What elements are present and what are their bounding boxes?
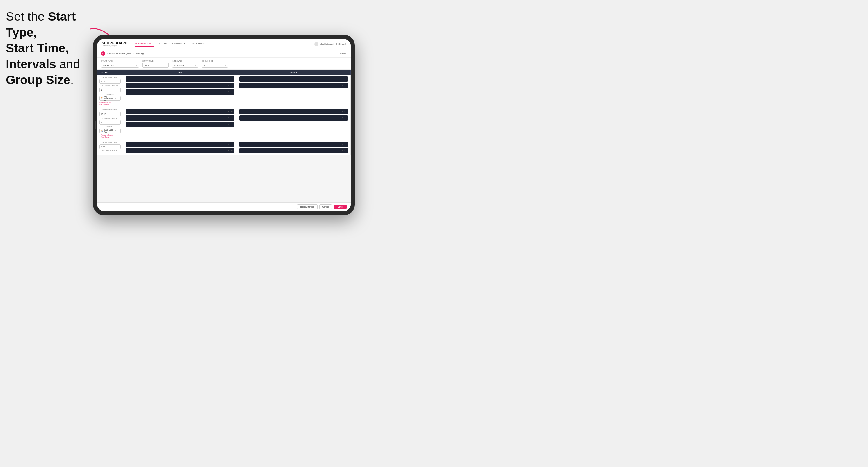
group-3: STARTING TIME: 🕐 STARTING HOLE: ✕ ⋯ ✕ ⋯ xyxy=(97,140,351,155)
tablet-side-button xyxy=(95,121,96,129)
g1-t1-p2-dots[interactable]: ⋯ xyxy=(230,84,232,87)
g1-add-group[interactable]: + Add Group xyxy=(99,103,121,105)
g1-t2-p1-x[interactable]: ✕ xyxy=(341,78,343,80)
g3-starting-time-label: STARTING TIME: xyxy=(99,142,121,143)
bold-start-time: Start Time, xyxy=(6,41,69,55)
group-1-left: STARTING TIME: 🕐 STARTING HOLE: ▲ ▼ COUR… xyxy=(97,75,123,107)
g2-t2-player1: ✕ ⋯ xyxy=(239,109,348,114)
top-nav: SCOREBOARD Powered by clipp.io TOURNAMEN… xyxy=(97,39,351,50)
intervals-select[interactable]: 10 Minutes xyxy=(172,63,198,68)
th-tee-time: Tee Time xyxy=(97,70,123,75)
g2-t1-p3-x[interactable]: ✕ xyxy=(228,123,229,126)
g1-time-input-wrap: 🕐 xyxy=(99,79,121,84)
g2-t2-p2-x[interactable]: ✕ xyxy=(341,117,343,119)
nav-teams[interactable]: TEAMS xyxy=(159,41,168,47)
g1-t2-p1-dots[interactable]: ⋯ xyxy=(344,78,346,80)
g2-t2-p1-dots[interactable]: ⋯ xyxy=(344,111,346,113)
g2-course-name: East Lake GC xyxy=(104,129,114,133)
th-team2: Team 2 xyxy=(237,70,351,75)
g3-t2-p1-x[interactable]: ✕ xyxy=(341,143,343,146)
g1-hole-input-wrap: ▲ ▼ xyxy=(99,88,121,92)
save-button[interactable]: Save xyxy=(334,205,347,209)
g1-team1-col: ✕ ⋯ ✕ ⋯ ✕ ⋯ xyxy=(123,75,237,107)
g2-starting-time-label: STARTING TIME: xyxy=(99,109,121,111)
g2-t1-p1-x[interactable]: ✕ xyxy=(228,111,229,113)
g2-t1-p2-dots[interactable]: ⋯ xyxy=(230,117,232,119)
g3-time-input[interactable] xyxy=(100,145,121,149)
g3-t1-p2-x[interactable]: ✕ xyxy=(228,150,229,152)
g2-team1-col: ✕ ⋯ ✕ ⋯ ✕ ⋯ xyxy=(123,107,237,139)
back-button[interactable]: ‹ Back xyxy=(340,52,347,55)
g2-remove-icon: ○ xyxy=(99,134,101,136)
g3-t2-p2-x[interactable]: ✕ xyxy=(341,150,343,152)
reset-button[interactable]: Reset Changes xyxy=(297,205,317,209)
g1-starting-time-label: STARTING TIME: xyxy=(99,76,121,78)
instruction-text: Set the Start Type, Start Time, Interval… xyxy=(6,9,99,88)
g2-team2-col: ✕ ⋯ ✕ ⋯ xyxy=(237,107,351,139)
breadcrumb-section[interactable]: Hosting xyxy=(136,52,144,55)
g1-t1-p1-dots[interactable]: ⋯ xyxy=(230,78,232,80)
g2-t1-p2-x[interactable]: ✕ xyxy=(228,117,229,119)
group-size-group: Group Size 3 xyxy=(202,60,228,68)
g1-hole-input[interactable] xyxy=(100,88,121,92)
bold-intervals: Intervals xyxy=(6,57,56,71)
g3-starting-hole-label: STARTING HOLE: xyxy=(99,150,121,152)
g1-course-name: (A) Peachtree GC xyxy=(104,95,114,101)
g1-t2-player1: ✕ ⋯ xyxy=(239,76,348,82)
g3-t1-p1-dots[interactable]: ⋯ xyxy=(230,143,232,146)
g1-t1-player3: ✕ ⋯ xyxy=(126,89,235,94)
cancel-button[interactable]: Cancel xyxy=(319,205,332,209)
sign-out-link[interactable]: Sign out xyxy=(339,43,346,45)
g2-t1-player3: ✕ ⋯ xyxy=(126,122,235,127)
g1-t2-p2-x[interactable]: ✕ xyxy=(341,84,343,87)
g3-t2-p1-dots[interactable]: ⋯ xyxy=(344,143,346,146)
g1-t1-p2-x[interactable]: ✕ xyxy=(228,84,229,87)
g3-t1-p1-x[interactable]: ✕ xyxy=(228,143,229,146)
g2-t1-player2: ✕ ⋯ xyxy=(126,116,235,121)
nav-committee[interactable]: COMMITTEE xyxy=(173,41,188,47)
table-body[interactable]: STARTING TIME: 🕐 STARTING HOLE: ▲ ▼ COUR… xyxy=(97,75,351,203)
g1-course-clear[interactable]: ✕ xyxy=(115,97,116,99)
g2-t2-player2: ✕ ⋯ xyxy=(239,116,348,121)
g3-t1-p2-dots[interactable]: ⋯ xyxy=(230,150,232,152)
g3-team1-col: ✕ ⋯ ✕ ⋯ xyxy=(123,140,237,155)
g2-hole-input[interactable] xyxy=(100,120,121,124)
g2-remove-group[interactable]: ○ Remove Group xyxy=(99,134,121,136)
g2-course-clear[interactable]: ✕ xyxy=(115,130,116,132)
g2-t1-p3-dots[interactable]: ⋯ xyxy=(230,123,232,126)
bold-start-type: Start Type, xyxy=(6,9,75,39)
nav-avatar xyxy=(314,42,318,46)
g3-t2-p2-dots[interactable]: ⋯ xyxy=(344,150,346,152)
g2-add-group[interactable]: + Add Group xyxy=(99,136,121,138)
g3-time-input-wrap: 🕐 xyxy=(99,144,121,149)
g1-course-wrap: 🏌 (A) Peachtree GC ✕ ⋯ xyxy=(99,96,121,101)
breadcrumb-tournament[interactable]: Clippd Invitational (Mar) xyxy=(107,52,131,55)
g1-remove-group[interactable]: ○ Remove Group xyxy=(99,101,121,103)
start-type-group: Start Type 1st Tee Start xyxy=(101,60,139,68)
g2-course-dots[interactable]: ⋯ xyxy=(117,130,119,132)
nav-tournaments[interactable]: TOURNAMENTS xyxy=(135,41,154,47)
g2-t1-p1-dots[interactable]: ⋯ xyxy=(230,111,232,113)
group-size-select[interactable]: 3 xyxy=(202,63,228,68)
start-type-select[interactable]: 1st Tee Start xyxy=(101,63,139,68)
g1-t1-p3-x[interactable]: ✕ xyxy=(228,91,229,93)
g1-t1-p3-dots[interactable]: ⋯ xyxy=(230,91,232,93)
start-time-select[interactable]: 10:00 xyxy=(143,63,169,68)
g2-time-input[interactable] xyxy=(100,112,121,116)
g1-t1-player2: ✕ ⋯ xyxy=(126,83,235,88)
g1-starting-hole-label: STARTING HOLE: xyxy=(99,85,121,87)
g1-remove-icon: ○ xyxy=(99,101,101,103)
th-team1: Team 1 xyxy=(123,70,237,75)
g3-t2-player1: ✕ ⋯ xyxy=(239,142,348,147)
g1-t1-p1-x[interactable]: ✕ xyxy=(228,78,229,80)
g2-t2-p1-x[interactable]: ✕ xyxy=(341,111,343,113)
g1-course-dots[interactable]: ⋯ xyxy=(117,97,119,99)
g2-starting-hole-label: STARTING HOLE: xyxy=(99,118,121,119)
g1-t2-p2-dots[interactable]: ⋯ xyxy=(344,84,346,87)
g1-time-input[interactable] xyxy=(100,80,121,84)
g2-t2-p2-dots[interactable]: ⋯ xyxy=(344,117,346,119)
g2-course-actions: ○ Remove Group + Add Group xyxy=(99,134,121,138)
nav-rankings[interactable]: RANKINGS xyxy=(192,41,206,47)
g2-course-icon: 🏌 xyxy=(101,130,103,132)
group-2: STARTING TIME: 🕐 STARTING HOLE: ▲ ▼ COUR… xyxy=(97,107,351,140)
